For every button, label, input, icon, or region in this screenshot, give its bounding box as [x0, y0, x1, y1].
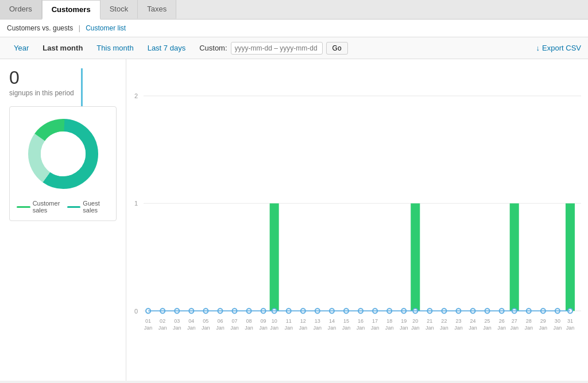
svg-text:18: 18: [386, 318, 392, 324]
svg-text:1: 1: [134, 200, 138, 207]
svg-text:Jan: Jan: [554, 324, 562, 330]
svg-text:Jan: Jan: [245, 324, 253, 330]
svg-text:Jan: Jan: [411, 324, 420, 330]
svg-text:Jan: Jan: [454, 324, 463, 330]
svg-text:Jan: Jan: [299, 324, 308, 330]
svg-text:29: 29: [540, 318, 546, 324]
svg-text:Jan: Jan: [497, 324, 506, 330]
guest-sales-color: [67, 206, 81, 208]
svg-text:10: 10: [272, 318, 277, 324]
tab-stock[interactable]: Stock: [100, 0, 138, 19]
svg-text:Jan: Jan: [385, 324, 394, 330]
svg-text:23: 23: [455, 318, 461, 324]
svg-text:06: 06: [217, 318, 223, 324]
bar-27-jan: [510, 203, 519, 311]
svg-text:25: 25: [485, 318, 490, 324]
svg-text:03: 03: [174, 318, 180, 324]
svg-text:21: 21: [427, 318, 432, 324]
svg-text:15: 15: [343, 318, 349, 324]
svg-text:Jan: Jan: [144, 324, 153, 330]
tab-last-month[interactable]: Last month: [36, 41, 90, 55]
svg-text:02: 02: [160, 318, 165, 324]
customer-sales-color: [17, 206, 30, 208]
svg-text:17: 17: [372, 318, 378, 324]
tab-year[interactable]: Year: [7, 41, 36, 55]
svg-text:Jan: Jan: [259, 324, 268, 330]
bar-10-jan: [270, 203, 279, 311]
bar-chart: 2 1 0: [126, 66, 581, 365]
svg-text:Jan: Jan: [566, 324, 575, 330]
svg-text:Jan: Jan: [539, 324, 548, 330]
svg-text:24: 24: [470, 318, 476, 324]
tab-customers[interactable]: Customers: [42, 0, 100, 20]
svg-text:2: 2: [134, 92, 138, 99]
svg-text:Jan: Jan: [371, 324, 380, 330]
signups-count: 0: [9, 68, 74, 87]
svg-text:Jan: Jan: [328, 324, 336, 330]
export-label: Export CSV: [542, 44, 581, 52]
svg-text:05: 05: [203, 318, 208, 324]
tab-taxes[interactable]: Taxes: [138, 0, 176, 19]
customer-sales-label: Customer sales: [33, 200, 67, 214]
svg-text:Jan: Jan: [270, 324, 278, 330]
svg-point-3: [41, 131, 86, 176]
svg-text:27: 27: [512, 318, 517, 324]
period-tabs-bar: Year Last month This month Last 7 days C…: [0, 37, 588, 59]
svg-text:Jan: Jan: [173, 324, 181, 330]
breadcrumb-main: Customers vs. guests: [7, 24, 73, 32]
svg-text:01: 01: [145, 318, 151, 324]
signups-label: signups in this period: [9, 89, 74, 97]
custom-range-label: Custom:: [199, 44, 227, 52]
breadcrumb-sep: |: [79, 24, 80, 32]
svg-text:Jan: Jan: [216, 324, 225, 330]
svg-text:14: 14: [329, 318, 335, 324]
svg-text:11: 11: [286, 318, 292, 324]
bar-20-jan: [411, 203, 420, 311]
svg-text:Jan: Jan: [314, 324, 322, 330]
breadcrumb: Customers vs. guests | Customer list: [0, 20, 588, 37]
chart-area: 2 1 0: [126, 66, 581, 365]
custom-range-input[interactable]: [231, 42, 323, 55]
svg-text:Jan: Jan: [483, 324, 492, 330]
customer-list-link[interactable]: Customer list: [86, 24, 126, 32]
export-csv-button[interactable]: ↓ Export CSV: [536, 44, 581, 52]
donut-chart: [23, 114, 103, 194]
svg-text:30: 30: [555, 318, 560, 324]
svg-text:Jan: Jan: [342, 324, 351, 330]
guest-sales-label: Guest sales: [83, 200, 109, 214]
svg-text:20: 20: [412, 318, 418, 324]
tab-orders[interactable]: Orders: [0, 0, 42, 19]
svg-text:31: 31: [567, 318, 573, 324]
svg-text:Jan: Jan: [469, 324, 477, 330]
svg-text:0: 0: [134, 307, 138, 314]
donut-chart-container: Customer sales Guest sales: [9, 106, 117, 221]
tab-last-7-days[interactable]: Last 7 days: [141, 41, 193, 55]
svg-text:Jan: Jan: [510, 324, 519, 330]
svg-text:Jan: Jan: [187, 324, 196, 330]
svg-text:Jan: Jan: [158, 324, 167, 330]
svg-text:Jan: Jan: [440, 324, 448, 330]
svg-text:Jan: Jan: [357, 324, 365, 330]
svg-text:08: 08: [246, 318, 252, 324]
legend-guest-sales: Guest sales: [67, 200, 109, 214]
svg-text:09: 09: [261, 318, 266, 324]
svg-text:26: 26: [499, 318, 505, 324]
svg-text:28: 28: [526, 318, 532, 324]
go-button[interactable]: Go: [326, 42, 348, 55]
svg-text:Jan: Jan: [425, 324, 434, 330]
svg-text:16: 16: [358, 318, 363, 324]
legend-customer-sales: Customer sales: [17, 200, 67, 214]
svg-text:13: 13: [315, 318, 320, 324]
custom-range: Custom: Go: [199, 42, 347, 55]
svg-text:Jan: Jan: [284, 324, 293, 330]
svg-text:Jan: Jan: [230, 324, 239, 330]
svg-text:Jan: Jan: [400, 324, 408, 330]
svg-text:12: 12: [300, 318, 306, 324]
svg-text:Jan: Jan: [524, 324, 533, 330]
tab-this-month[interactable]: This month: [90, 41, 140, 55]
left-panel: 0 signups in this period Cust: [0, 59, 126, 381]
svg-text:19: 19: [401, 318, 407, 324]
svg-text:22: 22: [441, 318, 447, 324]
top-nav: Orders Customers Stock Taxes: [0, 0, 588, 20]
svg-text:07: 07: [231, 318, 237, 324]
